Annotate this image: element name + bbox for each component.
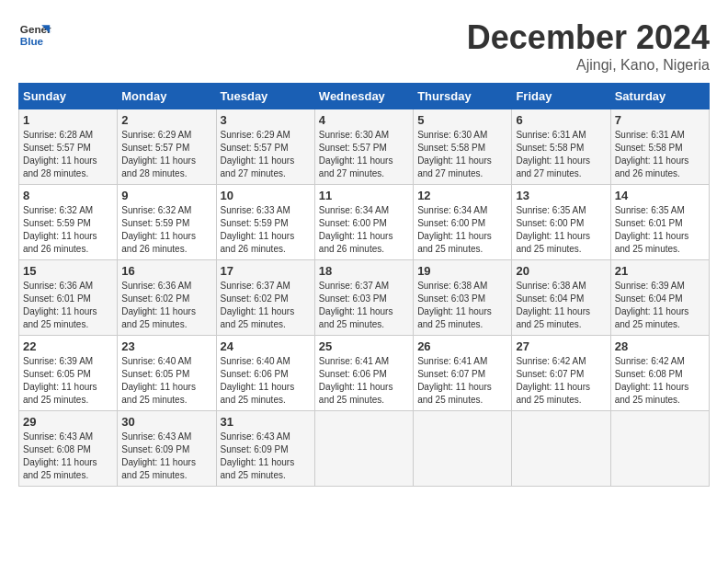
calendar-cell xyxy=(414,411,512,487)
calendar-cell xyxy=(610,411,709,487)
day-number: 4 xyxy=(319,113,409,127)
day-info: Sunrise: 6:35 AM Sunset: 6:00 PM Dayligh… xyxy=(516,204,606,256)
calendar-cell: 3 Sunrise: 6:29 AM Sunset: 5:57 PM Dayli… xyxy=(216,109,314,185)
calendar-cell: 16 Sunrise: 6:36 AM Sunset: 6:02 PM Dayl… xyxy=(118,260,216,336)
logo-icon: General Blue xyxy=(18,18,51,52)
day-info: Sunrise: 6:29 AM Sunset: 5:57 PM Dayligh… xyxy=(121,129,211,180)
day-number: 5 xyxy=(417,113,507,127)
calendar-cell: 20 Sunrise: 6:38 AM Sunset: 6:04 PM Dayl… xyxy=(512,260,610,336)
header-row: Sunday Monday Tuesday Wednesday Thursday… xyxy=(19,84,710,109)
calendar-cell: 24 Sunrise: 6:40 AM Sunset: 6:06 PM Dayl… xyxy=(216,336,314,411)
col-monday: Monday xyxy=(118,84,216,109)
page-header: General Blue December 2024 Ajingi, Kano,… xyxy=(18,18,710,74)
day-number: 22 xyxy=(23,339,113,353)
calendar-cell: 17 Sunrise: 6:37 AM Sunset: 6:02 PM Dayl… xyxy=(216,260,314,336)
calendar-cell: 6 Sunrise: 6:31 AM Sunset: 5:58 PM Dayli… xyxy=(512,109,610,185)
col-friday: Friday xyxy=(512,84,610,109)
day-number: 14 xyxy=(615,189,705,202)
day-number: 12 xyxy=(417,189,507,202)
calendar-subtitle: Ajingi, Kano, Nigeria xyxy=(467,57,710,74)
col-saturday: Saturday xyxy=(610,84,709,109)
day-number: 20 xyxy=(516,264,606,278)
calendar-cell: 29 Sunrise: 6:43 AM Sunset: 6:08 PM Dayl… xyxy=(19,411,118,487)
col-sunday: Sunday xyxy=(19,84,118,109)
day-number: 24 xyxy=(221,339,311,353)
day-number: 13 xyxy=(516,189,606,202)
day-number: 30 xyxy=(121,415,211,429)
calendar-cell: 5 Sunrise: 6:30 AM Sunset: 5:58 PM Dayli… xyxy=(414,109,512,185)
day-info: Sunrise: 6:31 AM Sunset: 5:58 PM Dayligh… xyxy=(615,129,705,180)
day-info: Sunrise: 6:32 AM Sunset: 5:59 PM Dayligh… xyxy=(121,204,211,256)
calendar-week-2: 8 Sunrise: 6:32 AM Sunset: 5:59 PM Dayli… xyxy=(19,185,710,260)
day-info: Sunrise: 6:34 AM Sunset: 6:00 PM Dayligh… xyxy=(319,204,409,256)
day-info: Sunrise: 6:39 AM Sunset: 6:05 PM Dayligh… xyxy=(23,355,113,407)
calendar-cell: 23 Sunrise: 6:40 AM Sunset: 6:05 PM Dayl… xyxy=(118,336,216,411)
day-info: Sunrise: 6:40 AM Sunset: 6:05 PM Dayligh… xyxy=(121,355,211,407)
day-info: Sunrise: 6:35 AM Sunset: 6:01 PM Dayligh… xyxy=(615,204,705,256)
day-number: 6 xyxy=(516,113,606,127)
day-number: 23 xyxy=(121,339,211,353)
calendar-table: Sunday Monday Tuesday Wednesday Thursday… xyxy=(18,83,710,487)
day-info: Sunrise: 6:42 AM Sunset: 6:07 PM Dayligh… xyxy=(516,355,606,407)
calendar-cell: 2 Sunrise: 6:29 AM Sunset: 5:57 PM Dayli… xyxy=(118,109,216,185)
calendar-cell: 1 Sunrise: 6:28 AM Sunset: 5:57 PM Dayli… xyxy=(19,109,118,185)
day-number: 8 xyxy=(23,189,113,202)
calendar-title: December 2024 xyxy=(467,18,710,57)
day-info: Sunrise: 6:40 AM Sunset: 6:06 PM Dayligh… xyxy=(221,355,311,407)
svg-text:Blue: Blue xyxy=(20,35,44,47)
day-number: 17 xyxy=(221,264,311,278)
calendar-cell: 14 Sunrise: 6:35 AM Sunset: 6:01 PM Dayl… xyxy=(610,185,709,260)
day-info: Sunrise: 6:29 AM Sunset: 5:57 PM Dayligh… xyxy=(221,129,311,180)
col-tuesday: Tuesday xyxy=(216,84,314,109)
day-info: Sunrise: 6:28 AM Sunset: 5:57 PM Dayligh… xyxy=(23,129,113,180)
day-info: Sunrise: 6:43 AM Sunset: 6:08 PM Dayligh… xyxy=(23,431,113,482)
calendar-cell: 8 Sunrise: 6:32 AM Sunset: 5:59 PM Dayli… xyxy=(19,185,118,260)
day-number: 19 xyxy=(417,264,507,278)
day-number: 16 xyxy=(121,264,211,278)
day-info: Sunrise: 6:36 AM Sunset: 6:02 PM Dayligh… xyxy=(121,280,211,331)
day-info: Sunrise: 6:38 AM Sunset: 6:04 PM Dayligh… xyxy=(516,280,606,331)
day-info: Sunrise: 6:37 AM Sunset: 6:02 PM Dayligh… xyxy=(221,280,311,331)
calendar-cell: 13 Sunrise: 6:35 AM Sunset: 6:00 PM Dayl… xyxy=(512,185,610,260)
day-number: 29 xyxy=(23,415,113,429)
day-info: Sunrise: 6:33 AM Sunset: 5:59 PM Dayligh… xyxy=(221,204,311,256)
calendar-week-4: 22 Sunrise: 6:39 AM Sunset: 6:05 PM Dayl… xyxy=(19,336,710,411)
day-number: 2 xyxy=(121,113,211,127)
calendar-cell: 26 Sunrise: 6:41 AM Sunset: 6:07 PM Dayl… xyxy=(414,336,512,411)
calendar-week-1: 1 Sunrise: 6:28 AM Sunset: 5:57 PM Dayli… xyxy=(19,109,710,185)
calendar-cell: 4 Sunrise: 6:30 AM Sunset: 5:57 PM Dayli… xyxy=(314,109,413,185)
day-number: 25 xyxy=(319,339,409,353)
calendar-cell: 19 Sunrise: 6:38 AM Sunset: 6:03 PM Dayl… xyxy=(414,260,512,336)
col-thursday: Thursday xyxy=(414,84,512,109)
day-number: 28 xyxy=(615,339,705,353)
calendar-cell: 15 Sunrise: 6:36 AM Sunset: 6:01 PM Dayl… xyxy=(19,260,118,336)
day-info: Sunrise: 6:39 AM Sunset: 6:04 PM Dayligh… xyxy=(615,280,705,331)
day-info: Sunrise: 6:41 AM Sunset: 6:07 PM Dayligh… xyxy=(417,355,507,407)
day-number: 15 xyxy=(23,264,113,278)
day-info: Sunrise: 6:43 AM Sunset: 6:09 PM Dayligh… xyxy=(221,431,311,482)
day-number: 21 xyxy=(615,264,705,278)
day-number: 3 xyxy=(221,113,311,127)
calendar-cell: 25 Sunrise: 6:41 AM Sunset: 6:06 PM Dayl… xyxy=(314,336,413,411)
calendar-cell: 7 Sunrise: 6:31 AM Sunset: 5:58 PM Dayli… xyxy=(610,109,709,185)
day-number: 31 xyxy=(221,415,311,429)
calendar-body: 1 Sunrise: 6:28 AM Sunset: 5:57 PM Dayli… xyxy=(19,109,710,487)
calendar-cell: 11 Sunrise: 6:34 AM Sunset: 6:00 PM Dayl… xyxy=(314,185,413,260)
calendar-cell: 18 Sunrise: 6:37 AM Sunset: 6:03 PM Dayl… xyxy=(314,260,413,336)
calendar-cell: 21 Sunrise: 6:39 AM Sunset: 6:04 PM Dayl… xyxy=(610,260,709,336)
day-info: Sunrise: 6:41 AM Sunset: 6:06 PM Dayligh… xyxy=(319,355,409,407)
day-info: Sunrise: 6:34 AM Sunset: 6:00 PM Dayligh… xyxy=(417,204,507,256)
title-area: December 2024 Ajingi, Kano, Nigeria xyxy=(467,18,710,74)
day-info: Sunrise: 6:30 AM Sunset: 5:57 PM Dayligh… xyxy=(319,129,409,180)
calendar-cell: 12 Sunrise: 6:34 AM Sunset: 6:00 PM Dayl… xyxy=(414,185,512,260)
logo: General Blue xyxy=(18,18,51,52)
day-info: Sunrise: 6:36 AM Sunset: 6:01 PM Dayligh… xyxy=(23,280,113,331)
day-info: Sunrise: 6:32 AM Sunset: 5:59 PM Dayligh… xyxy=(23,204,113,256)
day-number: 9 xyxy=(121,189,211,202)
calendar-week-5: 29 Sunrise: 6:43 AM Sunset: 6:08 PM Dayl… xyxy=(19,411,710,487)
day-info: Sunrise: 6:43 AM Sunset: 6:09 PM Dayligh… xyxy=(121,431,211,482)
day-number: 27 xyxy=(516,339,606,353)
day-number: 26 xyxy=(417,339,507,353)
calendar-cell: 30 Sunrise: 6:43 AM Sunset: 6:09 PM Dayl… xyxy=(118,411,216,487)
calendar-cell: 9 Sunrise: 6:32 AM Sunset: 5:59 PM Dayli… xyxy=(118,185,216,260)
